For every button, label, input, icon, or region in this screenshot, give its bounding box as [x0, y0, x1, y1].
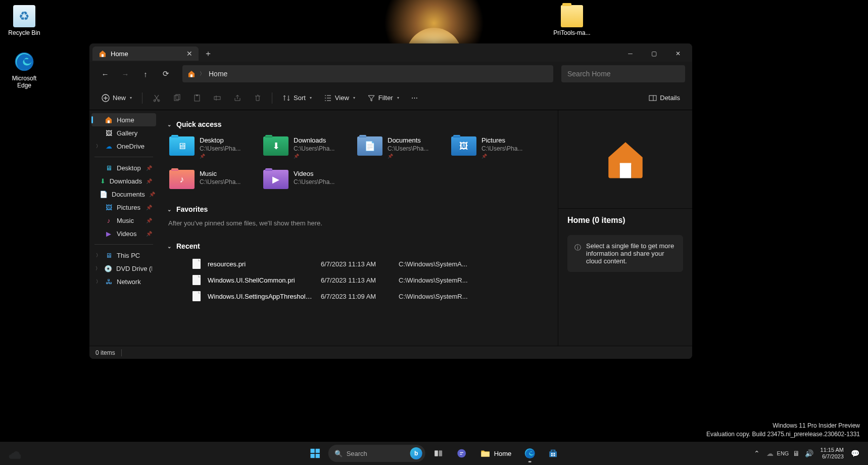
expand-icon[interactable]: 〉 — [95, 252, 101, 259]
svg-rect-24 — [551, 455, 553, 456]
recent-file-row[interactable]: Windows.UI.ShellCommon.pri 6/7/2023 11:1… — [167, 272, 549, 288]
status-item-count: 0 items — [95, 349, 115, 356]
svg-rect-14 — [310, 449, 314, 453]
quick-access-item[interactable]: ⬇ Downloads C:\Users\Pha... 📌 — [261, 134, 349, 162]
tab-close-button[interactable]: ✕ — [186, 50, 192, 58]
tray-volume-icon[interactable]: 🔊 — [803, 445, 815, 462]
sidebar-item-label: Videos — [117, 230, 137, 238]
sidebar-item-onedrive[interactable]: 〉☁OneDrive — [91, 140, 156, 153]
expand-icon[interactable]: 〉 — [95, 265, 100, 272]
svg-rect-2 — [190, 74, 192, 77]
tray-network-icon[interactable]: 🖥 — [790, 445, 802, 462]
home-icon — [187, 70, 196, 78]
breadcrumb-segment[interactable]: Home — [209, 70, 227, 78]
recent-file-name: resources.pri — [208, 260, 314, 268]
taskbar-search[interactable]: 🔍 Search b — [328, 445, 425, 462]
taskbar-app-store[interactable] — [543, 443, 563, 463]
tab-label: Home — [111, 50, 128, 58]
back-button[interactable]: ← — [97, 65, 114, 82]
start-button[interactable] — [305, 443, 325, 463]
svg-rect-22 — [551, 453, 553, 454]
address-bar[interactable]: 〉 Home — [182, 65, 553, 82]
pin-icon: 📌 — [481, 154, 522, 160]
sidebar-item-label: Downloads — [110, 177, 142, 185]
svg-point-20 — [457, 449, 466, 458]
quick-access-item[interactable]: ♪ Music C:\Users\Pha... — [167, 168, 255, 191]
sidebar-item-documents[interactable]: 📄Documents📌 — [91, 188, 156, 201]
pin-icon: 📌 — [149, 192, 155, 197]
new-button[interactable]: New▾ — [97, 90, 137, 106]
windows-watermark: Windows 11 Pro Insider Preview Evaluatio… — [706, 422, 860, 439]
tray-overflow[interactable]: ⌃ — [751, 445, 763, 462]
sidebar-item-network[interactable]: 〉🖧Network — [91, 275, 156, 288]
sidebar-item-videos[interactable]: ▶Videos📌 — [91, 227, 156, 240]
section-header-recent[interactable]: ⌄Recent — [167, 242, 549, 250]
file-icon — [192, 259, 201, 269]
minimize-button[interactable]: ─ — [619, 46, 642, 61]
desktop-icon-pritools[interactable]: PriTools-ma... — [552, 5, 592, 36]
details-preview — [558, 110, 692, 209]
sidebar-item-pictures[interactable]: 🖼Pictures📌 — [91, 201, 156, 214]
desktop-icon-label: PriTools-ma... — [552, 29, 592, 36]
sidebar-item-label: Documents — [112, 191, 145, 198]
details-tip-text: Select a single file to get more informa… — [586, 242, 676, 265]
quick-access-item[interactable]: 🖼 Pictures C:\Users\Pha... 📌 — [449, 134, 537, 162]
taskbar-app-label: Home — [494, 450, 512, 457]
taskbar-clock[interactable]: 11:15 AM 6/7/2023 — [816, 447, 848, 460]
qa-item-path: C:\Users\Pha... — [481, 145, 522, 153]
tray-language[interactable]: ENG — [777, 445, 789, 462]
desktop-icon-label: Microsoft Edge — [4, 75, 44, 89]
details-button[interactable]: Details — [644, 90, 685, 106]
more-button[interactable]: ⋯ — [406, 90, 423, 106]
qa-item-path: C:\Users\Pha... — [294, 178, 334, 187]
task-view-button[interactable] — [428, 443, 449, 463]
close-window-button[interactable]: ✕ — [666, 46, 689, 61]
tray-notifications-icon[interactable]: 💬 — [849, 445, 861, 462]
taskbar-app-explorer[interactable]: Home — [475, 443, 517, 463]
search-placeholder: Search Home — [567, 70, 611, 78]
expand-icon[interactable]: 〉 — [95, 143, 101, 150]
chat-icon — [457, 448, 467, 458]
maximize-button[interactable]: ▢ — [643, 46, 665, 61]
desktop-icon-recycle-bin[interactable]: Recycle Bin — [4, 5, 44, 36]
quick-access-item[interactable]: ▶ Videos C:\Users\Pha... — [261, 168, 349, 191]
sidebar-item-gallery[interactable]: 🖼Gallery — [91, 126, 156, 140]
sidebar-item-label: Network — [117, 278, 141, 286]
tab-home[interactable]: Home ✕ — [92, 46, 199, 61]
section-header-quick-access[interactable]: ⌄Quick access — [167, 120, 549, 128]
details-pane: Home (0 items) ⓘ Select a single file to… — [558, 110, 692, 346]
sidebar-item-downloads[interactable]: ⬇Downloads📌 — [91, 174, 156, 188]
folder-icon: ▶ — [263, 170, 288, 189]
taskbar-app-edge[interactable] — [519, 443, 540, 463]
chat-button[interactable] — [452, 443, 472, 463]
recent-file-row[interactable]: resources.pri 6/7/2023 11:13 AM C:\Windo… — [167, 256, 549, 271]
new-tab-button[interactable]: ＋ — [201, 46, 216, 61]
search-input[interactable]: Search Home — [561, 65, 685, 82]
recent-file-name: Windows.UI.ShellCommon.pri — [208, 276, 314, 284]
quick-access-item[interactable]: 🖥 Desktop C:\Users\Pha... 📌 — [167, 134, 255, 162]
sidebar-item-music[interactable]: ♪Music📌 — [91, 214, 156, 227]
sidebar-item-desktop[interactable]: 🖥Desktop📌 — [91, 161, 156, 174]
qa-item-name: Pictures — [481, 136, 522, 145]
sidebar-item-home[interactable]: Home — [91, 113, 156, 126]
section-header-favorites[interactable]: ⌄Favorites — [167, 205, 549, 213]
quick-access-item[interactable]: 📄 Documents C:\Users\Pha... 📌 — [355, 134, 443, 162]
sidebar-item-dvd[interactable]: 〉💿DVD Drive (D:) VMw — [91, 262, 156, 275]
tray-onedrive-icon[interactable]: ☁ — [764, 445, 776, 462]
qa-item-name: Music — [200, 170, 240, 178]
refresh-button[interactable]: ⟳ — [157, 65, 174, 82]
sidebar-item-label: Pictures — [117, 204, 140, 211]
sort-button[interactable]: Sort▾ — [277, 90, 317, 106]
sidebar-item-this-pc[interactable]: 〉🖥This PC — [91, 249, 156, 262]
forward-button[interactable]: → — [117, 65, 134, 82]
pin-icon: 📌 — [146, 205, 152, 210]
svg-rect-11 — [649, 96, 656, 101]
network-icon: 🖧 — [105, 277, 113, 286]
expand-icon[interactable]: 〉 — [95, 278, 101, 285]
filter-button[interactable]: Filter▾ — [362, 90, 404, 106]
view-button[interactable]: View▾ — [319, 90, 360, 106]
up-button[interactable]: ↑ — [137, 65, 154, 82]
recent-file-row[interactable]: Windows.UI.SettingsAppThreshold.... 6/7/… — [167, 289, 549, 304]
desktop-icon-edge[interactable]: Microsoft Edge — [4, 51, 44, 89]
command-bar: New▾ Sort▾ View▾ Filter▾ ⋯ Details — [89, 86, 692, 110]
